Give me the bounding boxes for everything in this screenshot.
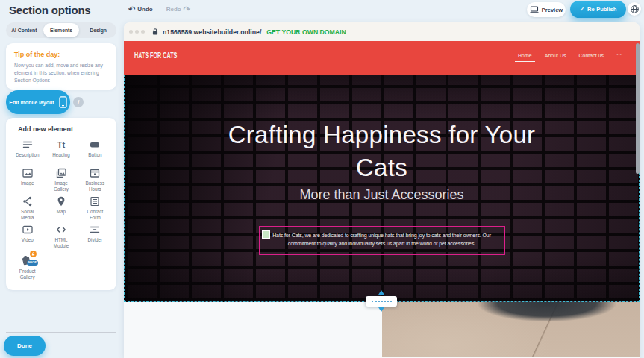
republish-button[interactable]: ✓ Re-Publish bbox=[570, 1, 626, 18]
hero-paragraph: Hats for Cats, we are dedicated to craft… bbox=[266, 232, 498, 248]
preview-scrollbar[interactable] bbox=[636, 43, 640, 174]
description-icon bbox=[22, 139, 34, 151]
nav-about-us[interactable]: About Us bbox=[545, 53, 566, 58]
republish-label: Re-Publish bbox=[587, 6, 616, 13]
hero-section-selected[interactable]: Crafting Happiness for Your Cats More th… bbox=[124, 75, 640, 302]
get-own-domain-link[interactable]: GET YOUR OWN DOMAIN bbox=[266, 28, 346, 36]
handle-dots bbox=[372, 301, 392, 302]
element-label: Divider bbox=[88, 237, 103, 243]
add-element-product-gallery[interactable]: SHOP Product Gallery bbox=[10, 252, 44, 280]
redo-icon: ↷ bbox=[184, 5, 190, 13]
add-element-divider[interactable]: Divider bbox=[78, 224, 112, 252]
section-resize-handle[interactable] bbox=[366, 296, 397, 307]
panel-tabs: AI Content Elements Design bbox=[6, 22, 116, 38]
tip-title: Tip of the day: bbox=[14, 51, 108, 58]
element-grid: Description Tt Heading Button Image Imag… bbox=[10, 139, 112, 280]
nav-more-icon[interactable]: ⋯ bbox=[616, 52, 622, 58]
hero-heading[interactable]: Crafting Happiness for Your Cats bbox=[225, 119, 539, 184]
edit-mobile-label: Edit mobile layout bbox=[9, 100, 54, 105]
add-element-social-media[interactable]: Social Media bbox=[10, 195, 44, 224]
element-label: Video bbox=[22, 237, 34, 243]
add-element-contact-form[interactable]: Contact Form bbox=[78, 195, 112, 224]
cat-photo bbox=[382, 302, 640, 357]
element-label: Social Media bbox=[14, 209, 41, 220]
element-label: Image Gallery bbox=[48, 180, 75, 192]
add-element-title: Add new element bbox=[18, 125, 112, 133]
element-drag-handle[interactable] bbox=[262, 230, 270, 239]
button-icon bbox=[89, 139, 101, 151]
site-url: n1566589.websitebuilder.online/ bbox=[163, 28, 261, 36]
add-element-description[interactable]: Description bbox=[10, 139, 44, 167]
info-button[interactable]: i bbox=[73, 97, 84, 107]
resize-arrow-down-icon bbox=[378, 307, 384, 312]
add-element-image[interactable]: Image bbox=[10, 167, 44, 195]
add-element-heading[interactable]: Tt Heading bbox=[44, 139, 78, 167]
add-element-image-gallery[interactable]: Image Gallery bbox=[44, 167, 78, 195]
tab-design[interactable]: Design bbox=[80, 22, 116, 38]
element-label: Image bbox=[21, 180, 34, 186]
browser-dot bbox=[141, 30, 145, 34]
done-button[interactable]: Done bbox=[4, 336, 46, 356]
product-gallery-icon: SHOP bbox=[20, 252, 35, 267]
business-hours-icon bbox=[89, 167, 101, 179]
mobile-phone-icon bbox=[59, 96, 67, 108]
resize-arrow-up-icon bbox=[378, 290, 384, 295]
tab-elements[interactable]: Elements bbox=[43, 23, 80, 37]
browser-address-bar: n1566589.websitebuilder.online/ GET YOUR… bbox=[124, 22, 640, 41]
check-icon: ✓ bbox=[580, 6, 584, 13]
tip-body: Now you can add, move and resize any ele… bbox=[14, 62, 108, 85]
panel-divider bbox=[6, 332, 116, 333]
nav-contact-us[interactable]: Contact us bbox=[579, 53, 604, 58]
add-element-business-hours[interactable]: Business Hours bbox=[78, 167, 112, 195]
globe-icon bbox=[630, 4, 640, 14]
site-header: HATS FOR CATS Home About Us Contact us ⋯ bbox=[124, 41, 640, 75]
video-icon bbox=[22, 224, 34, 236]
add-element-html-module[interactable]: HTML Module bbox=[44, 224, 78, 252]
site-nav: Home About Us Contact us ⋯ bbox=[518, 52, 622, 58]
edit-mobile-layout-button[interactable]: Edit mobile layout bbox=[6, 90, 70, 114]
preview-label: Preview bbox=[542, 7, 563, 13]
hero-subheading[interactable]: More than Just Accessories bbox=[125, 187, 639, 203]
laptop-icon bbox=[530, 6, 539, 13]
hero-paragraph-box[interactable]: Hats for Cats, we are dedicated to craft… bbox=[259, 226, 505, 255]
language-globe-button[interactable] bbox=[628, 2, 641, 16]
element-label: Heading bbox=[52, 152, 69, 158]
social-media-icon bbox=[22, 195, 34, 207]
element-label: Product Gallery bbox=[14, 268, 41, 280]
heading-icon: Tt bbox=[57, 139, 65, 151]
element-label: Button bbox=[88, 152, 101, 158]
undo-label: Undo bbox=[137, 6, 152, 13]
image-icon bbox=[22, 167, 34, 179]
page-title: Section options bbox=[9, 4, 91, 16]
site-logo[interactable]: HATS FOR CATS bbox=[134, 50, 177, 60]
undo-button[interactable]: ↶ Undo bbox=[128, 5, 153, 13]
add-element-button[interactable]: Button bbox=[78, 139, 112, 167]
divider-icon bbox=[89, 224, 101, 236]
preview-button[interactable]: Preview bbox=[527, 2, 566, 17]
lock-icon bbox=[151, 28, 159, 36]
element-label: Map bbox=[57, 209, 66, 215]
redo-label: Redo bbox=[166, 6, 181, 13]
tip-of-the-day-card: Tip of the day: Now you can add, move an… bbox=[6, 43, 116, 90]
html-module-icon bbox=[55, 224, 67, 236]
redo-button[interactable]: Redo ↷ bbox=[166, 5, 190, 13]
tab-ai-content[interactable]: AI Content bbox=[6, 22, 43, 38]
contact-form-icon bbox=[89, 195, 101, 207]
undo-icon: ↶ bbox=[128, 5, 135, 13]
browser-dots bbox=[129, 30, 145, 34]
undo-redo-group: ↶ Undo Redo ↷ bbox=[128, 5, 190, 13]
nav-home[interactable]: Home bbox=[518, 53, 532, 58]
element-label: Contact Form bbox=[81, 209, 108, 220]
premium-badge-icon bbox=[30, 251, 37, 257]
element-label: HTML Module bbox=[48, 237, 75, 248]
element-label: Business Hours bbox=[81, 180, 108, 192]
element-label: Description bbox=[16, 152, 40, 158]
map-pin-icon bbox=[55, 195, 67, 207]
image-gallery-icon bbox=[55, 167, 67, 179]
browser-dot bbox=[135, 30, 139, 34]
add-element-map[interactable]: Map bbox=[44, 195, 78, 224]
shop-badge: SHOP bbox=[27, 260, 38, 266]
browser-dot bbox=[129, 30, 133, 34]
add-element-video[interactable]: Video bbox=[10, 224, 44, 252]
add-new-element-card: Add new element Description Tt Heading B… bbox=[6, 118, 116, 290]
